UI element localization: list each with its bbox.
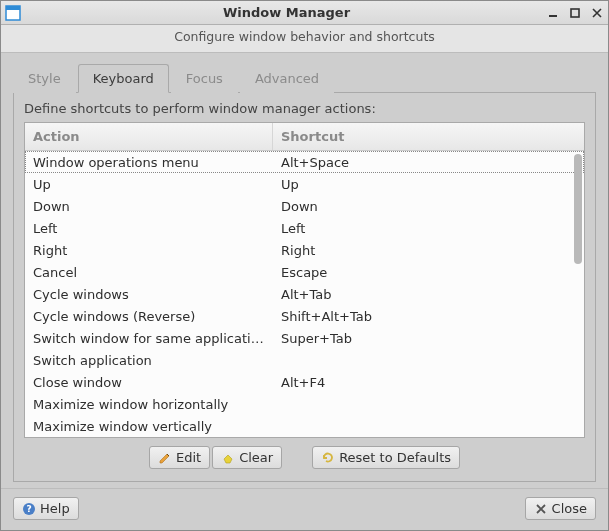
- edit-button-label: Edit: [176, 450, 201, 465]
- close-icon: [534, 502, 548, 516]
- window-subtitle: Configure window behavior and shortcuts: [1, 25, 608, 53]
- cell-shortcut: Right: [273, 243, 584, 258]
- cell-action: Cycle windows (Reverse): [25, 309, 273, 324]
- cell-shortcut: Down: [273, 199, 584, 214]
- cell-shortcut: Super+Tab: [273, 331, 584, 346]
- close-button[interactable]: Close: [525, 497, 596, 520]
- help-button[interactable]: ? Help: [13, 497, 79, 520]
- table-row[interactable]: Window operations menuAlt+Space: [25, 151, 584, 173]
- table-row[interactable]: Maximize window vertically: [25, 415, 584, 437]
- cell-action: Up: [25, 177, 273, 192]
- table-row[interactable]: UpUp: [25, 173, 584, 195]
- table-row[interactable]: Close windowAlt+F4: [25, 371, 584, 393]
- svg-rect-2: [549, 15, 557, 17]
- cell-shortcut: [273, 353, 584, 368]
- cell-action: Maximize window horizontally: [25, 397, 273, 412]
- clear-button-label: Clear: [239, 450, 273, 465]
- table-viewport: Window operations menuAlt+SpaceUpUpDownD…: [25, 151, 584, 437]
- table-row[interactable]: DownDown: [25, 195, 584, 217]
- cell-shortcut: Shift+Alt+Tab: [273, 309, 584, 324]
- titlebar: Window Manager: [1, 1, 608, 25]
- cell-action: Close window: [25, 375, 273, 390]
- cell-action: Window operations menu: [25, 155, 273, 170]
- column-header-shortcut[interactable]: Shortcut: [273, 123, 584, 150]
- cell-shortcut: Alt+F4: [273, 375, 584, 390]
- help-button-label: Help: [40, 501, 70, 516]
- cell-action: Switch application: [25, 353, 273, 368]
- cell-action: Right: [25, 243, 273, 258]
- cell-action: Maximize window vertically: [25, 419, 273, 434]
- minimize-button[interactable]: [546, 6, 560, 20]
- edit-button[interactable]: Edit: [149, 446, 210, 469]
- table-row[interactable]: Switch application: [25, 349, 584, 371]
- reset-button-label: Reset to Defaults: [339, 450, 451, 465]
- table-row[interactable]: Cycle windowsAlt+Tab: [25, 283, 584, 305]
- cell-action: Cancel: [25, 265, 273, 280]
- clear-icon: [221, 451, 235, 465]
- close-button-label: Close: [552, 501, 587, 516]
- svg-rect-3: [571, 9, 579, 17]
- reset-icon: [321, 451, 335, 465]
- app-icon: [5, 5, 21, 21]
- window-manager-window: Window Manager Configure window behavior…: [0, 0, 609, 531]
- table-row[interactable]: RightRight: [25, 239, 584, 261]
- table-row[interactable]: Switch window for same applicationSuper+…: [25, 327, 584, 349]
- cell-action: Switch window for same application: [25, 331, 273, 346]
- content-area: Style Keyboard Focus Advanced Define sho…: [1, 53, 608, 488]
- column-header-action[interactable]: Action: [25, 123, 273, 150]
- scrollbar-thumb[interactable]: [574, 154, 582, 264]
- close-window-button[interactable]: [590, 6, 604, 20]
- cell-shortcut: Alt+Tab: [273, 287, 584, 302]
- cell-shortcut: Alt+Space: [273, 155, 584, 170]
- table-row[interactable]: Cycle windows (Reverse)Shift+Alt+Tab: [25, 305, 584, 327]
- cell-shortcut: Left: [273, 221, 584, 236]
- tab-style[interactable]: Style: [13, 64, 76, 93]
- cell-shortcut: [273, 419, 584, 434]
- tab-advanced[interactable]: Advanced: [240, 64, 334, 93]
- clear-button[interactable]: Clear: [212, 446, 282, 469]
- cell-action: Left: [25, 221, 273, 236]
- dialog-button-bar: ? Help Close: [1, 488, 608, 530]
- shortcut-edit-toolbar: Edit Clear Reset to Defaults: [24, 438, 585, 471]
- cell-action: Down: [25, 199, 273, 214]
- table-header: Action Shortcut: [25, 123, 584, 151]
- table-row[interactable]: LeftLeft: [25, 217, 584, 239]
- tab-focus[interactable]: Focus: [171, 64, 238, 93]
- shortcuts-table: Action Shortcut Window operations menuAl…: [24, 122, 585, 438]
- window-title: Window Manager: [27, 5, 546, 20]
- cell-action: Cycle windows: [25, 287, 273, 302]
- header: Window Manager Configure window behavior…: [1, 1, 608, 53]
- cell-shortcut: Up: [273, 177, 584, 192]
- table-row[interactable]: Maximize window horizontally: [25, 393, 584, 415]
- reset-button[interactable]: Reset to Defaults: [312, 446, 460, 469]
- edit-icon: [158, 451, 172, 465]
- maximize-button[interactable]: [568, 6, 582, 20]
- shortcuts-description: Define shortcuts to perform window manag…: [24, 101, 585, 116]
- table-row[interactable]: CancelEscape: [25, 261, 584, 283]
- tab-keyboard[interactable]: Keyboard: [78, 64, 169, 93]
- window-controls: [546, 6, 604, 20]
- tab-bar: Style Keyboard Focus Advanced: [13, 63, 596, 93]
- cell-shortcut: [273, 397, 584, 412]
- svg-rect-1: [6, 6, 20, 10]
- tab-pane-keyboard: Define shortcuts to perform window manag…: [13, 93, 596, 482]
- svg-text:?: ?: [26, 504, 31, 514]
- cell-shortcut: Escape: [273, 265, 584, 280]
- help-icon: ?: [22, 502, 36, 516]
